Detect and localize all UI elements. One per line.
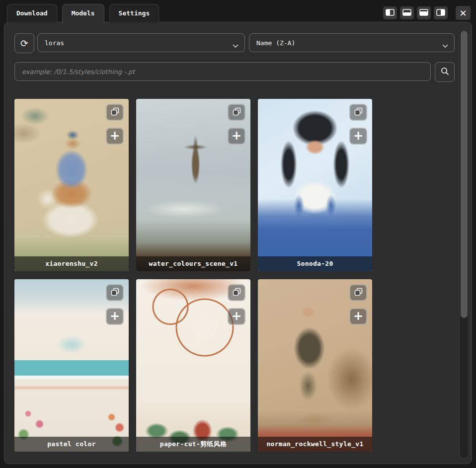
models-panel: ⟳ loras Name (Z-A) <box>4 22 472 464</box>
add-model-button[interactable]: + <box>228 308 245 325</box>
copy-model-button[interactable] <box>228 104 245 121</box>
close-icon: ✕ <box>459 8 467 18</box>
split-left-icon <box>386 8 395 18</box>
model-manager-window: Download Models Settings ✕ <box>0 0 476 468</box>
tab-download[interactable]: Download <box>7 4 57 22</box>
tab-models[interactable]: Models <box>62 4 104 23</box>
dock-left-button[interactable] <box>383 6 397 19</box>
sort-select[interactable]: Name (Z-A) <box>249 33 455 52</box>
model-title: water_colours_scene_v1 <box>136 256 250 271</box>
split-right-icon <box>436 8 445 18</box>
tab-settings[interactable]: Settings <box>109 4 159 22</box>
close-button[interactable]: ✕ <box>456 6 471 20</box>
scrollbar-thumb[interactable] <box>461 31 468 318</box>
model-card-water-colours[interactable]: + water_colours_scene_v1 <box>136 99 250 271</box>
dock-bottom-thin-button[interactable] <box>400 6 414 19</box>
sort-value: Name (Z-A) <box>256 39 295 47</box>
search-input[interactable] <box>14 62 431 81</box>
copy-model-button[interactable] <box>228 284 245 301</box>
model-title: pastel color <box>14 437 129 452</box>
model-card-grid: + xiaorenshu_v2 + water_colours_scene_v1 <box>14 99 372 452</box>
plus-icon: + <box>353 129 363 143</box>
plus-icon: + <box>232 309 241 323</box>
model-type-value: loras <box>45 39 64 47</box>
add-model-button[interactable]: + <box>349 308 367 325</box>
copy-icon <box>233 288 241 298</box>
chevron-down-icon <box>233 42 238 49</box>
refresh-button[interactable]: ⟳ <box>14 33 34 53</box>
scrollbar-track[interactable] <box>459 29 469 459</box>
window-controls: ✕ <box>383 6 471 20</box>
model-title: Sonoda-20 <box>258 256 372 271</box>
refresh-icon: ⟳ <box>20 38 28 49</box>
plus-icon: + <box>110 129 120 143</box>
copy-icon <box>111 107 119 118</box>
tab-bar: Download Models Settings <box>7 4 159 23</box>
add-model-button[interactable]: + <box>106 308 124 325</box>
copy-model-button[interactable] <box>349 284 367 301</box>
model-card-paper-cut[interactable]: + paper-cut-剪纸风格 <box>136 279 250 452</box>
model-thumbnail <box>14 99 129 271</box>
model-title: xiaorenshu_v2 <box>14 256 129 271</box>
model-thumbnail <box>258 99 372 271</box>
model-title: norman_rockwell_style_v1 <box>258 437 372 452</box>
copy-icon <box>233 107 241 118</box>
plus-icon: + <box>110 309 120 323</box>
model-thumbnail <box>136 99 250 271</box>
plus-icon: + <box>232 129 241 143</box>
copy-icon <box>354 107 363 118</box>
model-type-select[interactable]: loras <box>37 33 245 52</box>
chevron-down-icon <box>442 42 448 49</box>
dock-bottom-icon <box>419 8 428 18</box>
search-button[interactable] <box>435 62 455 82</box>
dock-right-button[interactable] <box>434 6 448 19</box>
model-card-sonoda[interactable]: + Sonoda-20 <box>258 99 372 271</box>
model-thumbnail <box>136 279 250 452</box>
model-title: paper-cut-剪纸风格 <box>136 437 250 452</box>
model-thumbnail <box>14 279 129 452</box>
copy-model-button[interactable] <box>349 104 367 121</box>
model-thumbnail <box>258 279 372 452</box>
copy-model-button[interactable] <box>106 104 124 121</box>
model-card-pastel-color[interactable]: + pastel color <box>14 279 129 452</box>
model-card-norman-rockwell[interactable]: + norman_rockwell_style_v1 <box>258 279 372 452</box>
split-bottom-icon <box>402 8 411 18</box>
add-model-button[interactable]: + <box>106 128 124 145</box>
copy-icon <box>354 288 363 298</box>
copy-icon <box>111 288 119 298</box>
dock-bottom-button[interactable] <box>417 6 431 19</box>
copy-model-button[interactable] <box>106 284 124 301</box>
plus-icon: + <box>353 309 363 323</box>
model-card-xiaorenshu[interactable]: + xiaorenshu_v2 <box>14 99 129 271</box>
search-icon <box>440 67 449 78</box>
add-model-button[interactable]: + <box>228 128 245 145</box>
add-model-button[interactable]: + <box>349 128 367 145</box>
